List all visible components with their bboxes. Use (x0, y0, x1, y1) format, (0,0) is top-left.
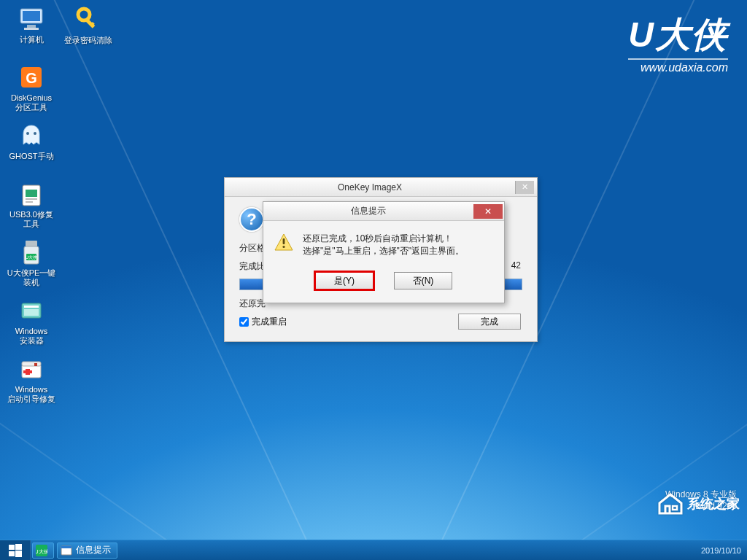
svg-point-7 (34, 132, 36, 135)
svg-rect-2 (27, 25, 36, 28)
desktop-icon-ghost[interactable]: GHOST手动 (4, 121, 58, 175)
svg-rect-3 (24, 28, 39, 30)
desktop-icon-label: 计算机 (20, 35, 44, 44)
svg-point-6 (26, 132, 29, 135)
desktop-icon-udaxia-pe[interactable]: U大侠 U大侠PE一键 装机 (4, 238, 58, 292)
titlebar[interactable]: OneKey ImageX ✕ (225, 178, 537, 197)
dialog-message-line1: 还原已完成，10秒后自动重启计算机！ (303, 233, 464, 245)
key-icon (74, 4, 103, 34)
watermark: 系统之家 (658, 493, 740, 515)
house-icon (658, 493, 683, 515)
desktop-icon-label: DiskGenius 分区工具 (11, 93, 52, 112)
windows-logo-icon (9, 544, 22, 557)
dialog-title: 信息提示 (263, 205, 473, 217)
boot-repair-icon (17, 354, 46, 384)
watermark-text: 系统之家 (687, 495, 740, 513)
desktop-icon-label: Windows 安装器 (15, 327, 48, 346)
svg-rect-37 (61, 546, 71, 548)
svg-rect-11 (26, 201, 33, 203)
svg-rect-33 (15, 551, 22, 557)
finish-button[interactable]: 完成 (458, 314, 521, 330)
svg-rect-20 (22, 362, 41, 366)
dialog-info: 信息提示 ✕ 还原已完成，10秒后自动重启计算机！ 选择"是"马上重启，选择"否… (263, 201, 505, 303)
svg-text:U大侠: U大侠 (26, 255, 37, 260)
restart-checkbox-input[interactable] (239, 317, 249, 327)
desktop-icon-password-clear[interactable]: 登录密码清除 (61, 4, 115, 46)
udaxia-icon: U大侠 (36, 545, 47, 556)
dialog-titlebar[interactable]: 信息提示 ✕ (263, 202, 504, 221)
ghost-icon (17, 121, 46, 150)
svg-rect-18 (24, 309, 39, 316)
desktop-icon-windows-installer[interactable]: Windows 安装器 (4, 296, 58, 350)
svg-point-29 (282, 246, 285, 248)
taskbar-item-udaxia[interactable]: U大侠 (32, 542, 54, 559)
udaxia-pe-icon: U大侠 (17, 238, 46, 267)
usb-repair-icon (17, 179, 46, 209)
svg-text:G: G (26, 70, 37, 86)
diskgenius-icon: G (17, 63, 46, 92)
start-button[interactable] (0, 540, 31, 561)
desktop-icon-label: 登录密码清除 (64, 35, 112, 46)
svg-rect-30 (9, 545, 15, 550)
yes-button[interactable]: 是(Y) (315, 272, 374, 289)
window-title: OneKey ImageX (225, 182, 515, 192)
desktop-icon-computer[interactable]: 计算机 (4, 4, 58, 58)
app-icon (61, 545, 72, 556)
svg-rect-28 (283, 238, 285, 244)
svg-rect-23 (34, 363, 37, 366)
svg-rect-17 (24, 306, 39, 308)
svg-rect-12 (26, 241, 37, 246)
computer-icon (17, 4, 46, 34)
svg-rect-27 (673, 506, 677, 510)
svg-rect-31 (15, 544, 22, 550)
desktop-icon-label: USB3.0修复 工具 (9, 210, 53, 229)
desktop-icon-boot-repair[interactable]: Windows 启动引导修复 (4, 354, 58, 408)
desktop-icon-label: GHOST手动 (9, 152, 53, 161)
desktop-icon-label: Windows 启动引导修复 (7, 385, 55, 404)
close-button[interactable]: ✕ (515, 181, 534, 194)
dialog-message: 还原已完成，10秒后自动重启计算机！ 选择"是"马上重启，选择"否"返回主界面。 (303, 233, 464, 257)
progress-value: 42 (511, 260, 521, 271)
svg-rect-22 (23, 370, 32, 373)
taskbar-item-dialog[interactable]: 信息提示 (57, 542, 117, 559)
desktop-icon-label: U大侠PE一键 装机 (7, 268, 56, 287)
progress-label: 完成比 (239, 260, 266, 273)
brand-logo: U大侠 www.udaxia.com (628, 12, 728, 74)
warning-icon (274, 233, 294, 252)
taskbar-date[interactable]: 2019/10/10 (701, 546, 747, 555)
dialog-close-button[interactable]: ✕ (473, 204, 503, 219)
desktop-icon-diskgenius[interactable]: G DiskGenius 分区工具 (4, 63, 58, 117)
taskbar-item-label: 信息提示 (76, 544, 111, 556)
svg-rect-1 (23, 11, 40, 21)
brand-url: www.udaxia.com (628, 58, 728, 74)
desktop-icon-usb-repair[interactable]: USB3.0修复 工具 (4, 179, 58, 233)
svg-rect-32 (9, 551, 15, 556)
windows-installer-icon (17, 296, 46, 325)
svg-rect-10 (26, 198, 37, 200)
dialog-message-line2: 选择"是"马上重启，选择"否"返回主界面。 (303, 245, 464, 257)
restart-checkbox-label: 完成重启 (252, 316, 287, 328)
brand-name: U大侠 (628, 12, 728, 58)
svg-text:U大侠: U大侠 (36, 549, 47, 554)
no-button[interactable]: 否(N) (394, 272, 452, 289)
svg-rect-9 (26, 190, 37, 197)
question-icon: ? (239, 207, 264, 232)
desktop-icons: 计算机 G DiskGenius 分区工具 GHOST手动 USB3.0修复 工… (4, 4, 66, 413)
taskbar: U大侠 信息提示 2019/10/10 (0, 540, 747, 560)
